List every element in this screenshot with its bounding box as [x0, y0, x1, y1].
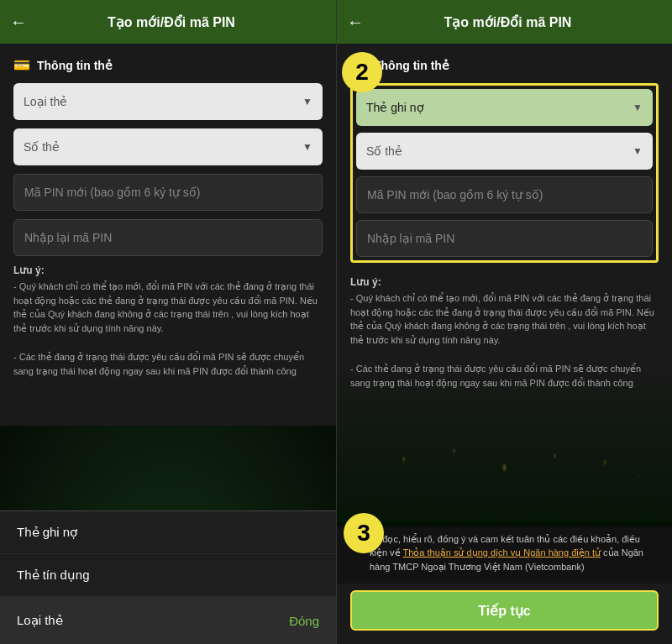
close-button[interactable]: Đóng — [289, 614, 319, 628]
agree-link[interactable]: Thỏa thuận sử dụng dịch vụ Ngân hàng điệ… — [402, 547, 600, 558]
notes-left: Lưu ý: - Quý khách chỉ có thể tạo mới, đ… — [13, 264, 323, 378]
card-type-arrow-left: ▼ — [302, 96, 312, 107]
confirm-pin-placeholder-left: Nhập lại mã PIN — [24, 231, 112, 244]
new-pin-input-left[interactable]: Mã PIN mới (bao gồm 6 ký tự số) — [13, 174, 323, 211]
left-section-label: Thông tin thẻ — [37, 59, 113, 72]
notes-text-left-2: - Các thẻ đang ở trạng thái được yêu cầu… — [13, 350, 323, 378]
continue-button[interactable]: Tiếp tục — [350, 590, 659, 631]
left-panel: ← Tạo mới/Đổi mã PIN 💳 Thông tin thẻ Loạ… — [0, 0, 336, 644]
step-3-badge: 3 — [344, 513, 384, 553]
left-header-title: Tạo mới/Đổi mã PIN — [37, 14, 306, 30]
card-icon-left: 💳 — [13, 57, 30, 73]
card-type-label-left: Loại thẻ — [24, 95, 302, 108]
new-pin-input-right[interactable]: Mã PIN mới (bao gồm 6 ký tự số) — [356, 176, 653, 213]
card-type-dropdown-left[interactable]: Loại thẻ ▼ — [13, 83, 323, 120]
confirm-pin-input-right[interactable]: Nhập lại mã PIN — [356, 220, 653, 257]
card-number-arrow-left: ▼ — [302, 141, 312, 153]
right-section-title: 💳 Thông tin thẻ — [350, 57, 659, 73]
left-back-button[interactable]: ← — [10, 13, 27, 32]
form-highlight-box: Thẻ ghi nợ ▼ Số thẻ ▼ Mã PIN mới (bao gồ… — [350, 83, 659, 263]
notes-title-right: Lưu ý: — [350, 276, 659, 288]
notes-right: Lưu ý: - Quý khách chỉ có thể tạo mới, đ… — [350, 276, 659, 390]
notes-text-right-2: - Các thẻ đang ở trạng thái được yêu cầu… — [350, 362, 659, 390]
dropdown-popup-left: Thẻ ghi nợ Thẻ tín dụng — [0, 510, 336, 597]
bottom-bar-left: Loại thẻ Đóng — [0, 597, 336, 644]
card-number-label-right: Số thẻ — [366, 144, 633, 158]
card-number-dropdown-left[interactable]: Số thẻ ▼ — [13, 128, 323, 165]
step-2-badge: 2 — [342, 52, 382, 92]
right-section-label: Thông tin thẻ — [374, 59, 449, 72]
left-header: ← Tạo mới/Đổi mã PIN — [0, 0, 336, 44]
card-number-label-left: Số thẻ — [24, 140, 302, 154]
right-panel: ← Tạo mới/Đổi mã PIN 💳 Thông tin thẻ Thẻ… — [336, 0, 672, 644]
card-type-dropdown-right[interactable]: Thẻ ghi nợ ▼ — [356, 89, 653, 126]
agree-text: đã đọc, hiểu rõ, đồng ý và cam kết tuân … — [370, 532, 659, 574]
card-number-arrow-right: ▼ — [633, 145, 643, 157]
dropdown-item-credit[interactable]: Thẻ tín dụng — [0, 554, 336, 597]
right-header: ← Tạo mới/Đổi mã PIN — [337, 0, 672, 44]
new-pin-placeholder-right: Mã PIN mới (bao gồm 6 ký tự số) — [367, 188, 543, 202]
card-type-arrow-right: ▼ — [633, 102, 643, 113]
notes-text-right: - Quý khách chỉ có thể tạo mới, đổi mã P… — [350, 291, 659, 347]
new-pin-placeholder-left: Mã PIN mới (bao gồm 6 ký tự số) — [24, 186, 200, 199]
left-section-title: 💳 Thông tin thẻ — [13, 57, 323, 73]
dropdown-item-debit[interactable]: Thẻ ghi nợ — [0, 511, 336, 554]
agree-section: ✓ đã đọc, hiểu rõ, đồng ý và cam kết tuâ… — [337, 522, 672, 584]
notes-text-left: - Quý khách chỉ có thể tạo mới, đổi mã P… — [13, 280, 323, 335]
confirm-pin-input-left[interactable]: Nhập lại mã PIN — [13, 219, 323, 256]
notes-title-left: Lưu ý: — [13, 264, 323, 276]
right-content: 💳 Thông tin thẻ Thẻ ghi nợ ▼ Số thẻ ▼ Mã… — [337, 44, 672, 522]
bottom-bar-label: Loại thẻ — [17, 613, 63, 628]
right-header-title: Tạo mới/Đổi mã PIN — [374, 14, 642, 30]
card-number-dropdown-right[interactable]: Số thẻ ▼ — [356, 133, 653, 170]
right-back-button[interactable]: ← — [347, 13, 364, 32]
card-type-label-right: Thẻ ghi nợ — [366, 101, 633, 114]
confirm-pin-placeholder-right: Nhập lại mã PIN — [367, 232, 454, 245]
